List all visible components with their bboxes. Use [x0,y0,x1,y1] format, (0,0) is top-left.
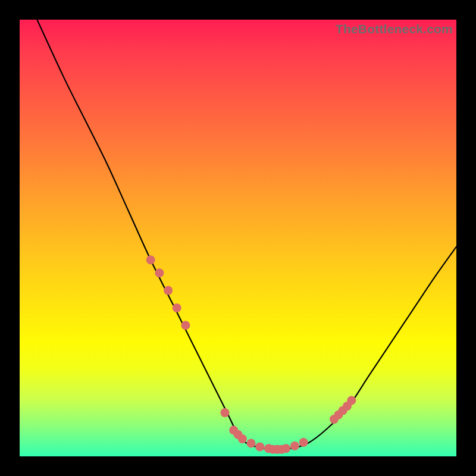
highlight-dot [146,255,155,264]
highlight-dot [173,303,181,312]
highlight-dot [164,286,173,295]
bottleneck-curve [37,20,456,450]
highlight-dot [181,321,190,330]
highlight-dot [155,268,164,277]
highlight-dot [247,439,256,448]
highlight-dot [255,442,264,451]
outer-frame: TheBottleneck.com [0,0,476,476]
highlight-dot [238,434,247,443]
highlight-dot [281,444,290,453]
highlight-dot [221,408,230,417]
highlight-dot [290,441,299,450]
chart-overlay-svg [20,20,456,456]
highlight-dot [347,396,356,405]
highlight-dots-group [146,255,356,454]
highlight-dot [299,438,308,447]
plot-area: TheBottleneck.com [20,20,456,456]
